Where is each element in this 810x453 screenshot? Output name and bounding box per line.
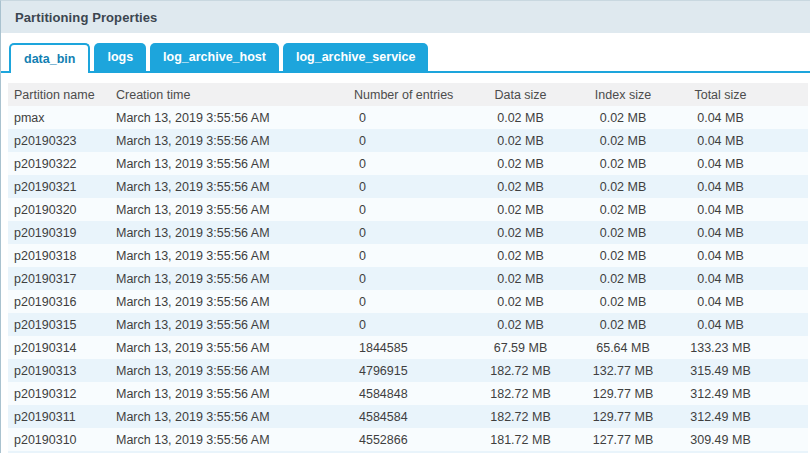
- cell: 0.02 MB: [573, 244, 673, 267]
- table-row-p20190311[interactable]: p20190311March 13, 2019 3:55:56 AM458458…: [8, 405, 808, 428]
- cell: 129.77 MB: [573, 382, 673, 405]
- cell: 4584848: [354, 382, 468, 405]
- cell: 129.77 MB: [573, 405, 673, 428]
- table-row-p20190320[interactable]: p20190320March 13, 2019 3:55:56 AM00.02 …: [8, 198, 808, 221]
- table-header-row: Partition nameCreation timeNumber of ent…: [8, 83, 808, 106]
- cell: March 13, 2019 3:55:56 AM: [116, 405, 354, 428]
- tab-logs[interactable]: logs: [94, 43, 146, 71]
- cell: 0: [354, 198, 468, 221]
- cell: p20190313: [8, 359, 116, 382]
- cell: p20190315: [8, 313, 116, 336]
- cell-filler: [768, 129, 808, 152]
- cell: 0: [354, 267, 468, 290]
- cell: 181.72 MB: [468, 428, 573, 451]
- table-row-p20190313[interactable]: p20190313March 13, 2019 3:55:56 AM479691…: [8, 359, 808, 382]
- cell: 182.72 MB: [468, 405, 573, 428]
- cell: p20190319: [8, 221, 116, 244]
- cell-filler: [768, 152, 808, 175]
- cell: p20190312: [8, 382, 116, 405]
- table-row-p20190312[interactable]: p20190312March 13, 2019 3:55:56 AM458484…: [8, 382, 808, 405]
- cell: 0.02 MB: [468, 106, 573, 129]
- cell: 0.02 MB: [573, 290, 673, 313]
- cell: 0.02 MB: [573, 198, 673, 221]
- cell: p20190314: [8, 336, 116, 359]
- tab-log_archive_host[interactable]: log_archive_host: [150, 43, 279, 71]
- cell: 0.02 MB: [573, 129, 673, 152]
- table-row-p20190318[interactable]: p20190318March 13, 2019 3:55:56 AM00.02 …: [8, 244, 808, 267]
- cell: 0.02 MB: [468, 313, 573, 336]
- tab-log_archive_service[interactable]: log_archive_service: [283, 43, 429, 71]
- cell: p20190318: [8, 244, 116, 267]
- tab-data_bin[interactable]: data_bin: [9, 43, 90, 73]
- cell: 0.02 MB: [573, 221, 673, 244]
- cell: 133.23 MB: [673, 336, 768, 359]
- cell: p20190311: [8, 405, 116, 428]
- cell: 0: [354, 106, 468, 129]
- cell: 0.04 MB: [673, 313, 768, 336]
- cell: p20190321: [8, 175, 116, 198]
- cell-filler: [768, 244, 808, 267]
- cell: 0.04 MB: [673, 244, 768, 267]
- cell: March 13, 2019 3:55:56 AM: [116, 359, 354, 382]
- cell: March 13, 2019 3:55:56 AM: [116, 106, 354, 129]
- table-row-p20190317[interactable]: p20190317March 13, 2019 3:55:56 AM00.02 …: [8, 267, 808, 290]
- cell: 0.02 MB: [573, 175, 673, 198]
- cell: p20190322: [8, 152, 116, 175]
- cell: 0: [354, 175, 468, 198]
- cell: March 13, 2019 3:55:56 AM: [116, 382, 354, 405]
- table-row-p20190310[interactable]: p20190310March 13, 2019 3:55:56 AM455286…: [8, 428, 808, 451]
- cell: 0: [354, 290, 468, 313]
- cell-filler: [768, 382, 808, 405]
- table-row-p20190315[interactable]: p20190315March 13, 2019 3:55:56 AM00.02 …: [8, 313, 808, 336]
- table-row-p20190316[interactable]: p20190316March 13, 2019 3:55:56 AM00.02 …: [8, 290, 808, 313]
- cell: 0: [354, 152, 468, 175]
- cell: 0.02 MB: [468, 221, 573, 244]
- cell-filler: [768, 336, 808, 359]
- table-row-pmax[interactable]: pmaxMarch 13, 2019 3:55:56 AM00.02 MB0.0…: [8, 106, 808, 129]
- table-row-p20190322[interactable]: p20190322March 13, 2019 3:55:56 AM00.02 …: [8, 152, 808, 175]
- cell: 0.02 MB: [468, 129, 573, 152]
- table-row-p20190314[interactable]: p20190314March 13, 2019 3:55:56 AM184458…: [8, 336, 808, 359]
- cell: March 13, 2019 3:55:56 AM: [116, 129, 354, 152]
- cell: March 13, 2019 3:55:56 AM: [116, 152, 354, 175]
- cell: 0.02 MB: [573, 267, 673, 290]
- tab-bar: data_binlogslog_archive_hostlog_archive_…: [1, 43, 810, 73]
- cell: 67.59 MB: [468, 336, 573, 359]
- cell: March 13, 2019 3:55:56 AM: [116, 221, 354, 244]
- cell: p20190310: [8, 428, 116, 451]
- table-row-p20190319[interactable]: p20190319March 13, 2019 3:55:56 AM00.02 …: [8, 221, 808, 244]
- cell: 0.02 MB: [468, 198, 573, 221]
- cell: 0.02 MB: [468, 290, 573, 313]
- cell: 0.04 MB: [673, 152, 768, 175]
- cell: p20190316: [8, 290, 116, 313]
- cell: 0.02 MB: [573, 313, 673, 336]
- column-header-total-size[interactable]: Total size: [673, 83, 768, 106]
- cell: 0.02 MB: [468, 152, 573, 175]
- cell-filler: [768, 267, 808, 290]
- cell-filler: [768, 290, 808, 313]
- cell: 0.02 MB: [468, 175, 573, 198]
- table-body: pmaxMarch 13, 2019 3:55:56 AM00.02 MB0.0…: [8, 106, 808, 451]
- table-row-p20190321[interactable]: p20190321March 13, 2019 3:55:56 AM00.02 …: [8, 175, 808, 198]
- cell: 309.49 MB: [673, 428, 768, 451]
- partition-table: Partition nameCreation timeNumber of ent…: [8, 83, 808, 451]
- column-header-data-size[interactable]: Data size: [468, 83, 573, 106]
- cell: 0.02 MB: [468, 267, 573, 290]
- cell: 0.04 MB: [673, 267, 768, 290]
- column-header-index-size[interactable]: Index size: [573, 83, 673, 106]
- cell: 1844585: [354, 336, 468, 359]
- table-row-p20190323[interactable]: p20190323March 13, 2019 3:55:56 AM00.02 …: [8, 129, 808, 152]
- cell-filler: [768, 106, 808, 129]
- cell: 0.04 MB: [673, 290, 768, 313]
- cell-filler: [768, 428, 808, 451]
- column-header-partition-name[interactable]: Partition name: [8, 83, 116, 106]
- cell: p20190323: [8, 129, 116, 152]
- column-header-number-of-entries[interactable]: Number of entries: [354, 83, 468, 106]
- cell: 312.49 MB: [673, 405, 768, 428]
- cell: 0.04 MB: [673, 221, 768, 244]
- cell: p20190320: [8, 198, 116, 221]
- cell-filler: [768, 175, 808, 198]
- partition-table-wrap: Partition nameCreation timeNumber of ent…: [8, 83, 808, 451]
- column-header-creation-time[interactable]: Creation time: [116, 83, 354, 106]
- cell: 182.72 MB: [468, 382, 573, 405]
